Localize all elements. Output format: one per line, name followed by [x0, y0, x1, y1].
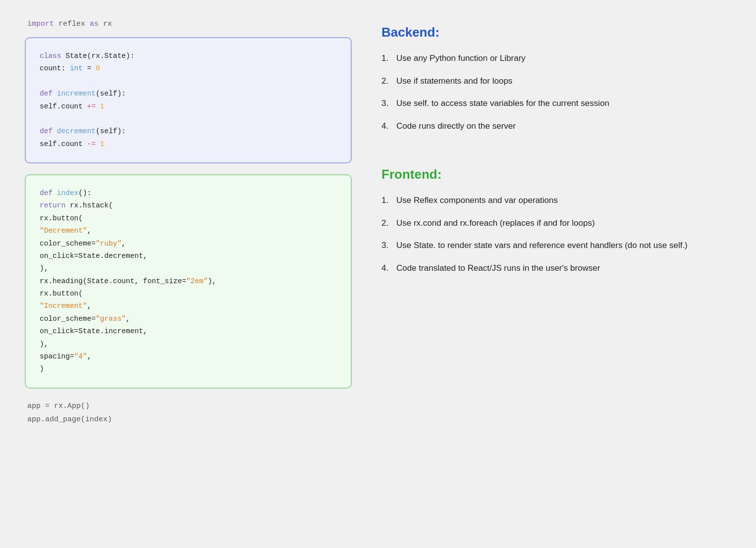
frontend-list: 1. Use Reflex components and var operati…	[381, 194, 731, 284]
code-line: )	[40, 363, 337, 375]
list-text: Use rx.cond and rx.foreach (replaces if …	[396, 217, 731, 230]
bottom-line-2: app.add_page(index)	[27, 413, 352, 426]
code-line: self.count += 1	[40, 100, 337, 113]
code-line: ),	[40, 262, 337, 275]
frontend-code-box: def index(): return rx.hstack( rx.button…	[25, 174, 352, 389]
code-line: def index():	[40, 187, 337, 199]
code-line: rx.heading(State.count, font_size="2em")…	[40, 275, 337, 288]
code-line: self.count -= 1	[40, 138, 337, 150]
import-line: import reflex as rx	[25, 20, 352, 28]
code-line: "Increment",	[40, 300, 337, 312]
main-layout: import reflex as rx class State(rx.State…	[25, 20, 731, 426]
list-text: Use Reflex components and var operations	[396, 194, 731, 207]
frontend-title: Frontend:	[381, 167, 731, 182]
backend-code-box: class State(rx.State): count: int = 0 de…	[25, 37, 352, 163]
frontend-item-2: 2. Use rx.cond and rx.foreach (replaces …	[381, 217, 731, 230]
backend-list: 1. Use any Python function or Library 2.…	[381, 52, 731, 142]
list-text: Use if statements and for loops	[396, 75, 731, 88]
code-line: on_click=State.increment,	[40, 325, 337, 338]
code-line: return rx.hstack(	[40, 199, 337, 212]
code-line: def increment(self):	[40, 88, 337, 100]
list-num: 2.	[381, 75, 392, 88]
backend-item-3: 3. Use self. to access state variables f…	[381, 97, 731, 110]
code-line	[40, 113, 337, 125]
right-column: Backend: 1. Use any Python function or L…	[381, 20, 731, 309]
list-num: 2.	[381, 217, 392, 230]
code-line: spacing="4",	[40, 350, 337, 363]
keyword-as: as	[90, 20, 99, 28]
list-num: 4.	[381, 262, 392, 275]
code-line: rx.button(	[40, 212, 337, 225]
backend-title: Backend:	[381, 25, 731, 40]
code-line	[40, 75, 337, 88]
list-num: 1.	[381, 194, 392, 207]
backend-item-4: 4. Code runs directly on the server	[381, 120, 731, 133]
backend-item-2: 2. Use if statements and for loops	[381, 75, 731, 88]
frontend-item-1: 1. Use Reflex components and var operati…	[381, 194, 731, 207]
code-line: count: int = 0	[40, 62, 337, 75]
list-text: Use self. to access state variables for …	[396, 97, 731, 110]
frontend-item-3: 3. Use State. to render state vars and r…	[381, 239, 731, 252]
list-text: Use any Python function or Library	[396, 52, 731, 65]
code-line: color_scheme="grass",	[40, 313, 337, 325]
list-num: 3.	[381, 239, 392, 252]
list-text: Code runs directly on the server	[396, 120, 731, 133]
code-line: "Decrement",	[40, 225, 337, 237]
module-name: reflex	[58, 20, 90, 28]
frontend-item-4: 4. Code translated to React/JS runs in t…	[381, 262, 731, 275]
keyword-import: import	[27, 20, 54, 28]
list-num: 4.	[381, 120, 392, 133]
backend-item-1: 1. Use any Python function or Library	[381, 52, 731, 65]
list-num: 3.	[381, 97, 392, 110]
bottom-lines: app = rx.App() app.add_page(index)	[25, 399, 352, 426]
code-line: on_click=State.decrement,	[40, 250, 337, 262]
list-text: Use State. to render state vars and refe…	[396, 239, 731, 252]
alias: rx	[103, 20, 112, 28]
code-line: def decrement(self):	[40, 125, 337, 138]
list-num: 1.	[381, 52, 392, 65]
bottom-line-1: app = rx.App()	[27, 399, 352, 413]
left-column: import reflex as rx class State(rx.State…	[25, 20, 352, 426]
code-line: ),	[40, 338, 337, 350]
code-line: color_scheme="ruby",	[40, 238, 337, 250]
code-line: class State(rx.State):	[40, 50, 337, 62]
list-text: Code translated to React/JS runs in the …	[396, 262, 731, 275]
code-line: rx.button(	[40, 288, 337, 300]
